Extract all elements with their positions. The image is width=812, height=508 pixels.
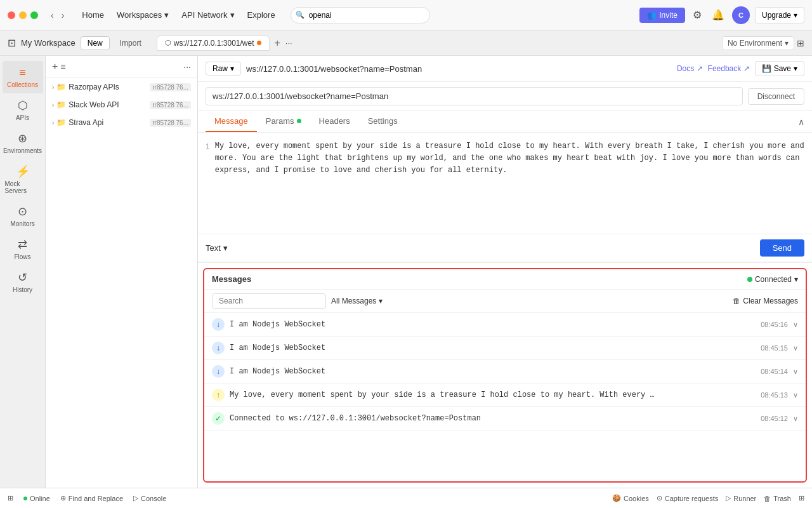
collection-icon: 📁 [56,118,66,127]
maximize-button[interactable] [30,11,38,19]
messages-title: Messages [212,274,742,284]
chevron-down-icon: ▾ [785,39,789,48]
collapse-button[interactable]: ∧ [798,117,804,127]
layout-button[interactable]: ⊞ [8,494,13,502]
traffic-lights [8,11,38,19]
expand-button[interactable]: ⊞ [799,494,804,502]
expand-message-button[interactable]: ∨ [793,415,798,423]
find-icon: ⊕ [60,494,66,502]
notification-button[interactable]: 🔔 [709,6,727,23]
all-messages-button[interactable]: All Messages ▾ [331,297,383,305]
save-button[interactable]: 💾 Save ▾ [755,61,804,76]
settings-button[interactable]: ⚙ [690,6,704,23]
messages-search-input[interactable] [212,293,326,309]
find-replace-button[interactable]: ⊕ Find and Replace [60,494,123,502]
sidebar-item-collections[interactable]: ≡ Collections [3,61,43,93]
message-editor[interactable]: 1 My love, every moment spent by your si… [198,133,812,234]
search-wrapper: 🔍 [291,7,430,23]
history-icon: ↺ [18,271,27,284]
grid-icon[interactable]: ⊞ [797,38,804,48]
feedback-link[interactable]: Feedback ↗ [708,64,750,73]
table-row[interactable]: ↓ I am Nodejs WebSocket 08:45:15 ∨ [204,337,806,360]
env-dropdown[interactable]: No Environment ▾ [722,36,794,50]
sidebar-item-environments[interactable]: ⊛ Environments [3,126,43,159]
import-button[interactable]: Import [115,37,147,50]
tab-headers[interactable]: Headers [310,111,359,132]
sidebar-item-mock-servers[interactable]: ⚡ Mock Servers [3,159,43,199]
message-text[interactable]: My love, every moment spent by your side… [215,140,804,226]
forward-button[interactable]: › [59,9,67,22]
runner-button[interactable]: ▷ Runner [726,494,756,502]
save-icon: 💾 [762,64,771,73]
new-button[interactable]: New [81,36,110,50]
tabs-area: ⬡ ws://127.0.0.1:3001/wet + ··· [157,36,717,51]
avatar[interactable]: C [732,6,750,24]
tab-message[interactable]: Message [206,111,257,132]
workspace-bar: ⊡ My Workspace New Import ⬡ ws://127.0.0… [0,30,812,56]
tab-ws-icon: ⬡ [165,39,171,47]
docs-link[interactable]: Docs ↗ [677,64,703,73]
sidebar-item-apis[interactable]: ⬡ APIs [3,93,43,126]
send-bar: Text ▾ Send [198,234,812,263]
global-search-input[interactable] [291,7,430,23]
invite-button[interactable]: 👥 Invite [639,8,685,23]
send-button[interactable]: Send [760,239,804,257]
workspace-icon: ⊡ [8,37,16,49]
expand-message-button[interactable]: ∨ [793,368,798,376]
list-item[interactable]: › 📁 Strava Api rr85728 76... [46,114,197,131]
cookies-button[interactable]: 🍪 Cookies [612,494,649,502]
chevron-down-icon: ▾ [230,10,235,20]
expand-message-button[interactable]: ∨ [793,344,798,352]
message-list: ↓ I am Nodejs WebSocket 08:45:16 ∨ ↓ I a… [204,313,806,481]
list-item[interactable]: › 📁 Slack Web API rr85728 76... [46,96,197,114]
sidebar-item-flows[interactable]: ⇄ Flows [3,232,43,265]
table-row[interactable]: ↑ My love, every moment spent by your si… [204,384,806,407]
environment-selector: No Environment ▾ ⊞ [722,36,804,50]
list-item[interactable]: › 📁 Razorpay APIs rr85728 76... [46,78,197,96]
main-layout: ≡ Collections ⬡ APIs ⊛ Environments ⚡ Mo… [0,56,812,488]
url-bar: Disconnect [198,82,812,111]
sidebar-item-monitors[interactable]: ⊙ Monitors [3,199,43,232]
nav-api-network[interactable]: API Network ▾ [176,8,239,22]
upgrade-button[interactable]: Upgrade ▾ [755,7,804,23]
chevron-down-icon: ▾ [794,64,797,73]
tab-settings[interactable]: Settings [359,111,407,132]
tab-params[interactable]: Params [257,111,310,132]
close-button[interactable] [8,11,15,19]
tab-status-dot [257,41,261,45]
capture-icon: ⊙ [657,494,662,502]
nav-workspaces[interactable]: Workspaces ▾ [112,8,174,22]
capture-requests-button[interactable]: ⊙ Capture requests [657,494,718,502]
active-tab[interactable]: ⬡ ws://127.0.0.1:3001/wet [157,36,270,51]
table-row[interactable]: ✓ Connected to ws://127.0.0.1:3001/webso… [204,407,806,431]
collections-panel: + ≡ ··· › 📁 Razorpay APIs rr85728 76... … [46,56,198,488]
sidebar-item-history[interactable]: ↺ History [3,265,43,298]
table-row[interactable]: ↓ I am Nodejs WebSocket 08:45:16 ∨ [204,313,806,337]
disconnect-button[interactable]: Disconnect [748,88,804,105]
cookies-icon: 🍪 [612,494,621,502]
more-tabs-button[interactable]: ··· [285,38,292,48]
expand-icon: ⊞ [799,494,804,502]
online-button[interactable]: Online [23,495,50,502]
add-tab-button[interactable]: + [272,36,283,50]
console-button[interactable]: ▷ Console [133,494,166,502]
main-content: Raw ▾ ws://127.0.0.1:3001/websocket?name… [198,56,812,488]
environments-icon: ⊛ [18,131,27,145]
panel-header: + ≡ ··· [46,56,197,78]
expand-message-button[interactable]: ∨ [793,391,798,399]
nav-explore[interactable]: Explore [242,8,280,22]
table-row[interactable]: ↓ I am Nodejs WebSocket 08:45:14 ∨ [204,360,806,384]
more-options-button[interactable]: ··· [183,62,191,72]
back-button[interactable]: ‹ [48,9,56,22]
text-type-selector[interactable]: Text ▾ [206,243,228,253]
filter-button[interactable]: ≡ [60,62,65,72]
nav-home[interactable]: Home [77,8,109,22]
minimize-button[interactable] [19,11,27,19]
raw-button[interactable]: Raw ▾ [206,62,241,76]
clear-messages-button[interactable]: 🗑 Clear Messages [733,297,798,305]
trash-icon: 🗑 [733,297,740,305]
trash-button[interactable]: 🗑 Trash [764,495,791,502]
url-input[interactable] [206,87,743,105]
expand-message-button[interactable]: ∨ [793,321,798,329]
add-collection-button[interactable]: + [52,61,58,72]
